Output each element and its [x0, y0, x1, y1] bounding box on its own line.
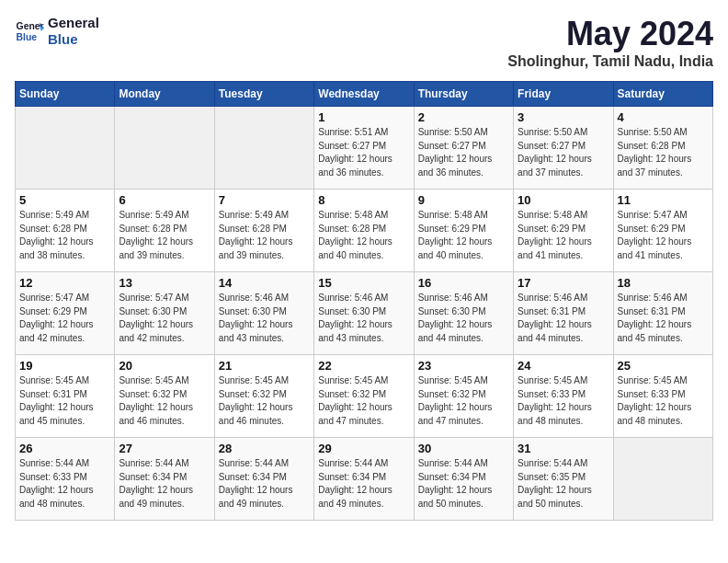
calendar-cell — [115, 107, 214, 190]
calendar-cell: 27Sunrise: 5:44 AM Sunset: 6:34 PM Dayli… — [115, 438, 214, 521]
day-info: Sunrise: 5:45 AM Sunset: 6:32 PM Dayligh… — [318, 374, 409, 428]
calendar-cell: 10Sunrise: 5:48 AM Sunset: 6:29 PM Dayli… — [514, 190, 613, 272]
day-info: Sunrise: 5:46 AM Sunset: 6:31 PM Dayligh… — [518, 292, 609, 345]
day-number: 25 — [618, 359, 709, 373]
header-sunday: Sunday — [16, 82, 115, 107]
day-number: 9 — [418, 193, 509, 207]
day-info: Sunrise: 5:50 AM Sunset: 6:27 PM Dayligh… — [518, 126, 609, 179]
day-number: 12 — [19, 276, 110, 290]
day-number: 2 — [418, 110, 509, 124]
day-info: Sunrise: 5:45 AM Sunset: 6:32 PM Dayligh… — [418, 374, 509, 428]
day-number: 10 — [518, 193, 609, 207]
day-info: Sunrise: 5:46 AM Sunset: 6:31 PM Dayligh… — [618, 292, 709, 345]
day-info: Sunrise: 5:47 AM Sunset: 6:29 PM Dayligh… — [618, 209, 709, 262]
calendar-cell: 19Sunrise: 5:45 AM Sunset: 6:31 PM Dayli… — [16, 355, 115, 438]
day-info: Sunrise: 5:46 AM Sunset: 6:30 PM Dayligh… — [318, 292, 409, 345]
day-info: Sunrise: 5:49 AM Sunset: 6:28 PM Dayligh… — [119, 209, 210, 262]
calendar-cell: 5Sunrise: 5:49 AM Sunset: 6:28 PM Daylig… — [16, 190, 115, 272]
title-block: May 2024 Sholinghur, Tamil Nadu, India — [507, 15, 713, 70]
day-number: 15 — [318, 276, 409, 290]
header-wednesday: Wednesday — [314, 82, 414, 107]
calendar-cell — [16, 107, 115, 190]
day-number: 24 — [518, 359, 609, 373]
day-info: Sunrise: 5:49 AM Sunset: 6:28 PM Dayligh… — [19, 209, 110, 262]
calendar-cell: 28Sunrise: 5:44 AM Sunset: 6:34 PM Dayli… — [214, 438, 313, 521]
calendar-cell — [214, 107, 313, 190]
day-info: Sunrise: 5:44 AM Sunset: 6:34 PM Dayligh… — [418, 457, 509, 511]
calendar-cell: 12Sunrise: 5:47 AM Sunset: 6:29 PM Dayli… — [16, 272, 115, 355]
day-number: 1 — [318, 110, 409, 124]
day-number: 13 — [119, 276, 210, 290]
day-info: Sunrise: 5:45 AM Sunset: 6:32 PM Dayligh… — [219, 374, 310, 428]
day-info: Sunrise: 5:44 AM Sunset: 6:35 PM Dayligh… — [518, 457, 609, 511]
calendar-cell: 11Sunrise: 5:47 AM Sunset: 6:29 PM Dayli… — [613, 190, 712, 272]
calendar-week-row: 1Sunrise: 5:51 AM Sunset: 6:27 PM Daylig… — [16, 107, 713, 190]
day-number: 11 — [618, 193, 709, 207]
svg-text:Blue: Blue — [17, 32, 38, 42]
day-number: 31 — [518, 442, 609, 455]
day-info: Sunrise: 5:45 AM Sunset: 6:32 PM Dayligh… — [119, 374, 210, 428]
header-monday: Monday — [115, 82, 214, 107]
day-info: Sunrise: 5:47 AM Sunset: 6:29 PM Dayligh… — [19, 292, 110, 345]
location: Sholinghur, Tamil Nadu, India — [507, 53, 713, 70]
logo-text-general: General — [48, 15, 99, 31]
header-saturday: Saturday — [613, 82, 712, 107]
calendar-cell: 30Sunrise: 5:44 AM Sunset: 6:34 PM Dayli… — [414, 438, 513, 521]
day-number: 30 — [418, 442, 509, 455]
day-number: 8 — [318, 193, 409, 207]
page-header: General Blue General Blue May 2024 Sholi… — [15, 15, 713, 70]
calendar-cell: 20Sunrise: 5:45 AM Sunset: 6:32 PM Dayli… — [115, 355, 214, 438]
calendar-cell: 6Sunrise: 5:49 AM Sunset: 6:28 PM Daylig… — [115, 190, 214, 272]
day-number: 14 — [219, 276, 310, 290]
calendar-cell: 29Sunrise: 5:44 AM Sunset: 6:34 PM Dayli… — [314, 438, 414, 521]
day-number: 18 — [618, 276, 709, 290]
calendar-cell: 8Sunrise: 5:48 AM Sunset: 6:28 PM Daylig… — [314, 190, 414, 272]
day-number: 20 — [119, 359, 210, 373]
day-info: Sunrise: 5:45 AM Sunset: 6:31 PM Dayligh… — [19, 374, 110, 428]
logo: General Blue General Blue — [15, 15, 99, 48]
day-info: Sunrise: 5:48 AM Sunset: 6:28 PM Dayligh… — [318, 209, 409, 262]
header-thursday: Thursday — [414, 82, 513, 107]
calendar-cell: 1Sunrise: 5:51 AM Sunset: 6:27 PM Daylig… — [314, 107, 414, 190]
day-number: 23 — [418, 359, 509, 373]
calendar-week-row: 26Sunrise: 5:44 AM Sunset: 6:33 PM Dayli… — [16, 438, 713, 521]
day-number: 6 — [119, 193, 210, 207]
day-number: 19 — [19, 359, 110, 373]
day-info: Sunrise: 5:50 AM Sunset: 6:27 PM Dayligh… — [418, 126, 509, 179]
calendar-cell: 7Sunrise: 5:49 AM Sunset: 6:28 PM Daylig… — [214, 190, 313, 272]
day-info: Sunrise: 5:50 AM Sunset: 6:28 PM Dayligh… — [618, 126, 709, 179]
calendar-cell: 9Sunrise: 5:48 AM Sunset: 6:29 PM Daylig… — [414, 190, 513, 272]
calendar-cell: 4Sunrise: 5:50 AM Sunset: 6:28 PM Daylig… — [613, 107, 712, 190]
day-number: 21 — [219, 359, 310, 373]
day-number: 3 — [518, 110, 609, 124]
calendar-cell: 2Sunrise: 5:50 AM Sunset: 6:27 PM Daylig… — [414, 107, 513, 190]
calendar-cell: 24Sunrise: 5:45 AM Sunset: 6:33 PM Dayli… — [514, 355, 613, 438]
day-info: Sunrise: 5:46 AM Sunset: 6:30 PM Dayligh… — [219, 292, 310, 345]
day-number: 22 — [318, 359, 409, 373]
calendar-cell: 15Sunrise: 5:46 AM Sunset: 6:30 PM Dayli… — [314, 272, 414, 355]
calendar-cell: 14Sunrise: 5:46 AM Sunset: 6:30 PM Dayli… — [214, 272, 313, 355]
calendar-week-row: 12Sunrise: 5:47 AM Sunset: 6:29 PM Dayli… — [16, 272, 713, 355]
day-info: Sunrise: 5:49 AM Sunset: 6:28 PM Dayligh… — [219, 209, 310, 262]
header-tuesday: Tuesday — [214, 82, 313, 107]
calendar-cell: 18Sunrise: 5:46 AM Sunset: 6:31 PM Dayli… — [613, 272, 712, 355]
calendar-header-row: Sunday Monday Tuesday Wednesday Thursday… — [16, 82, 713, 107]
day-info: Sunrise: 5:51 AM Sunset: 6:27 PM Dayligh… — [318, 126, 409, 179]
day-number: 16 — [418, 276, 509, 290]
calendar-cell: 31Sunrise: 5:44 AM Sunset: 6:35 PM Dayli… — [514, 438, 613, 521]
day-info: Sunrise: 5:48 AM Sunset: 6:29 PM Dayligh… — [518, 209, 609, 262]
calendar-cell: 25Sunrise: 5:45 AM Sunset: 6:33 PM Dayli… — [613, 355, 712, 438]
day-info: Sunrise: 5:48 AM Sunset: 6:29 PM Dayligh… — [418, 209, 509, 262]
day-info: Sunrise: 5:47 AM Sunset: 6:30 PM Dayligh… — [119, 292, 210, 345]
header-friday: Friday — [514, 82, 613, 107]
day-number: 4 — [618, 110, 709, 124]
day-info: Sunrise: 5:45 AM Sunset: 6:33 PM Dayligh… — [618, 374, 709, 428]
calendar-cell: 3Sunrise: 5:50 AM Sunset: 6:27 PM Daylig… — [514, 107, 613, 190]
day-info: Sunrise: 5:44 AM Sunset: 6:34 PM Dayligh… — [219, 457, 310, 511]
calendar-cell: 23Sunrise: 5:45 AM Sunset: 6:32 PM Dayli… — [414, 355, 513, 438]
day-number: 5 — [19, 193, 110, 207]
calendar-week-row: 5Sunrise: 5:49 AM Sunset: 6:28 PM Daylig… — [16, 190, 713, 272]
day-info: Sunrise: 5:45 AM Sunset: 6:33 PM Dayligh… — [518, 374, 609, 428]
month-title: May 2024 — [507, 15, 713, 53]
calendar-cell: 13Sunrise: 5:47 AM Sunset: 6:30 PM Dayli… — [115, 272, 214, 355]
